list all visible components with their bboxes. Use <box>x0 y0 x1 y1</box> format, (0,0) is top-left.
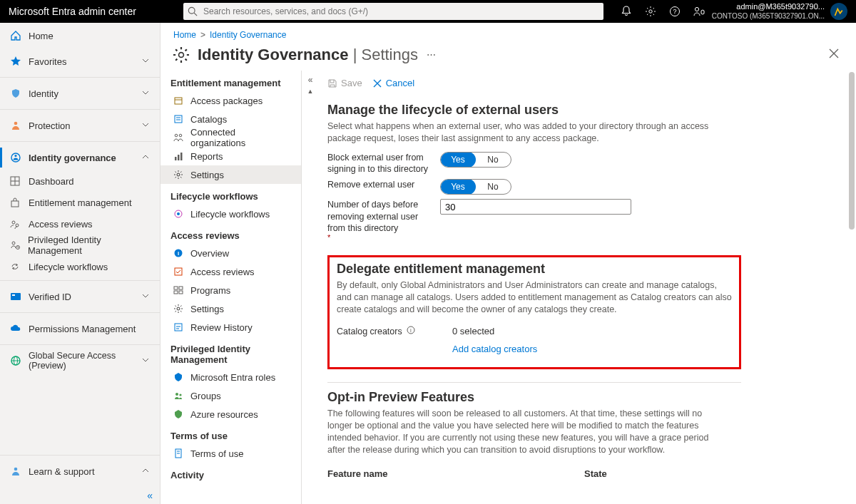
nav-ig-label: Identity governance <box>29 153 116 163</box>
section-preview-title: Opt-in Preview Features <box>327 390 843 405</box>
menu-ar-overview[interactable]: iOverview <box>160 244 301 262</box>
svg-point-36 <box>177 212 180 215</box>
menu-pim-groups[interactable]: Groups <box>160 386 301 405</box>
org-icon <box>173 133 183 143</box>
toggle-no[interactable]: No <box>475 180 511 194</box>
chevron-down-icon <box>141 88 150 99</box>
nav-ig-entitlement[interactable]: Entitlement management <box>0 192 160 213</box>
close-blade-button[interactable] <box>825 44 843 65</box>
nav-learn-support[interactable]: Learn & support <box>0 458 160 484</box>
nav-favorites[interactable]: Favorites <box>0 48 160 74</box>
global-search[interactable] <box>183 3 603 20</box>
svg-rect-32 <box>178 155 180 160</box>
menu-settings[interactable]: Settings <box>160 165 301 184</box>
breadcrumb-current[interactable]: Identity Governance <box>210 30 286 40</box>
lifecycle-icon <box>173 209 183 219</box>
toggle-yes[interactable]: Yes <box>440 152 476 168</box>
package-icon <box>173 96 183 106</box>
remove-user-toggle[interactable]: Yes No <box>440 179 511 195</box>
chevron-down-icon <box>141 356 150 366</box>
nav-identity[interactable]: Identity <box>0 81 160 106</box>
info-icon[interactable]: i <box>407 326 415 337</box>
feature-state-col: State <box>584 468 607 479</box>
scroll-up-button[interactable]: ▲ <box>307 88 314 95</box>
toggle-yes[interactable]: Yes <box>440 179 476 195</box>
nav-verified-id[interactable]: Verified ID <box>0 284 160 309</box>
svg-point-47 <box>179 394 181 396</box>
entra-icon <box>173 372 183 382</box>
nav-ig-dashboard[interactable]: Dashboard <box>0 170 160 192</box>
svg-text:i: i <box>178 250 179 257</box>
azure-icon <box>173 409 183 419</box>
discard-button[interactable]: Cancel <box>372 78 414 88</box>
nav-collapse-button[interactable]: « <box>147 490 153 501</box>
svg-rect-42 <box>174 291 178 294</box>
blade-scrollbar[interactable] <box>849 101 855 230</box>
nav-identity-governance[interactable]: Identity governance <box>0 145 160 170</box>
days-input[interactable] <box>440 199 631 215</box>
menu-catalogs[interactable]: Catalogs <box>160 110 301 128</box>
menu-access-packages-label: Access packages <box>190 96 263 106</box>
chevron-up-icon <box>141 153 150 163</box>
menu-tou[interactable]: Terms of use <box>160 444 301 463</box>
save-button[interactable]: Save <box>327 78 362 88</box>
lifecycle-icon <box>10 262 21 272</box>
avatar[interactable] <box>830 3 847 20</box>
menu-ar-settings[interactable]: Settings <box>160 299 301 318</box>
identity-icon <box>10 88 21 99</box>
menu-lifecycle-workflows[interactable]: Lifecycle workflows <box>160 205 301 223</box>
svg-point-13 <box>12 221 15 224</box>
nav-favorites-label: Favorites <box>29 56 66 67</box>
add-catalog-creators-link[interactable]: Add catalog creators <box>452 344 537 354</box>
catalog-creators-value: 0 selected <box>452 326 537 336</box>
svg-rect-40 <box>174 287 178 289</box>
menu-ar-accessreviews[interactable]: Access reviews <box>160 262 301 281</box>
notifications-icon[interactable] <box>615 0 638 23</box>
dashboard-icon <box>10 176 21 186</box>
breadcrumb-separator: > <box>200 30 205 40</box>
nav-protection[interactable]: Protection <box>0 113 160 138</box>
menu-pim-azure[interactable]: Azure resources <box>160 405 301 423</box>
nav-home[interactable]: Home <box>0 23 160 48</box>
chevron-down-icon <box>141 56 150 67</box>
svg-point-23 <box>179 52 184 57</box>
gear-icon <box>173 170 183 180</box>
breadcrumb-home[interactable]: Home <box>173 30 196 40</box>
nav-gsa[interactable]: Global Secure Access (Preview) <box>0 348 160 374</box>
support-icon <box>10 466 21 477</box>
nav-permissions[interactable]: Permissions Management <box>0 316 160 341</box>
nav-ig-pim[interactable]: Privileged Identity Management <box>0 235 160 256</box>
help-icon[interactable]: ? <box>663 0 686 23</box>
block-signin-toggle[interactable]: Yes No <box>440 152 511 168</box>
menu-connected-orgs-label: Connected organizations <box>190 127 291 148</box>
menu-reports[interactable]: Reports <box>160 147 301 165</box>
resource-group-activity: Activity <box>160 463 301 483</box>
menu-ar-accessreviews-label: Access reviews <box>190 267 255 277</box>
toggle-no[interactable]: No <box>475 153 511 167</box>
nav-ig-lifecycle[interactable]: Lifecycle workflows <box>0 256 160 277</box>
account-info[interactable]: admin@M365t9032790... CONTOSO (M365T9032… <box>712 2 829 20</box>
svg-rect-24 <box>175 98 182 104</box>
settings-gear-icon[interactable] <box>639 0 662 23</box>
resource-group-entitlement: Entitlement management <box>160 71 301 91</box>
menu-connected-orgs[interactable]: Connected organizations <box>160 128 301 147</box>
save-button-label: Save <box>341 78 362 88</box>
accessreviews-icon <box>10 219 21 229</box>
nav-ig-accessreviews[interactable]: Access reviews <box>0 213 160 235</box>
nav-permissions-label: Permissions Management <box>29 324 136 334</box>
menu-ar-programs[interactable]: Programs <box>160 281 301 299</box>
menu-access-packages[interactable]: Access packages <box>160 91 301 110</box>
page-more-icon[interactable]: ⋯ <box>427 49 436 60</box>
svg-point-0 <box>188 7 195 14</box>
verified-icon <box>10 291 21 302</box>
top-bar: Microsoft Entra admin center ? admin@M36… <box>0 0 856 23</box>
home-icon <box>10 30 21 41</box>
search-input[interactable] <box>183 3 603 20</box>
menu-ar-history[interactable]: Review History <box>160 318 301 336</box>
feedback-icon[interactable] <box>688 0 710 23</box>
menu-lifecycle-workflows-label: Lifecycle workflows <box>190 209 270 220</box>
collapse-menu-button[interactable]: « <box>308 75 313 85</box>
menu-pim-roles[interactable]: Microsoft Entra roles <box>160 368 301 386</box>
nav-learn-label: Learn & support <box>29 466 95 477</box>
menu-settings-label: Settings <box>190 170 224 180</box>
